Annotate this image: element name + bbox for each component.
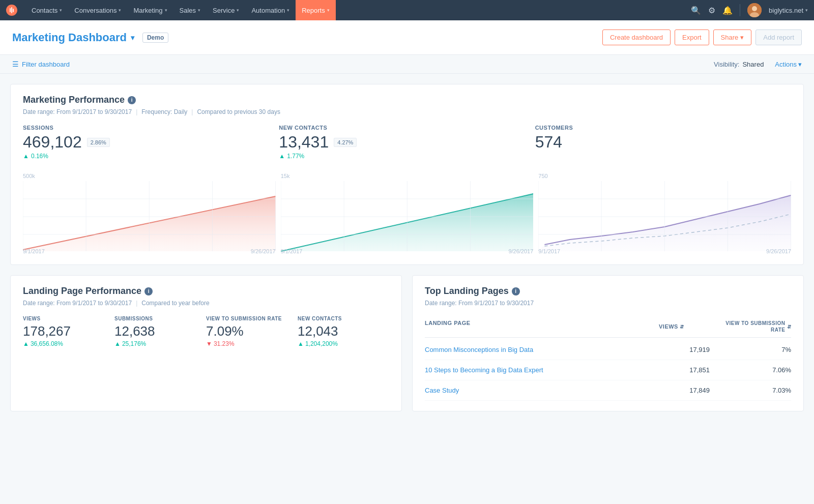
sessions-chart-y-label: 500k xyxy=(23,173,35,179)
filter-icon: ☰ xyxy=(12,60,19,68)
lpp-info-icon[interactable]: i xyxy=(144,287,153,295)
vtsr-arrow-down-icon: ▼ xyxy=(206,340,212,347)
sessions-badge: 2.86% xyxy=(87,138,110,147)
new-contacts-label: NEW CONTACTS xyxy=(279,125,535,131)
mp-card-subtitle: Date range: From 9/1/2017 to 9/30/2017 |… xyxy=(23,108,791,115)
row-1-rate: 7.06% xyxy=(720,366,791,374)
sessions-chart: 500k xyxy=(23,173,276,254)
row-2-rate: 7.03% xyxy=(720,387,791,394)
mp-info-icon[interactable]: i xyxy=(128,96,136,104)
top-nav: Contacts▾ Conversations▾ Marketing▾ Sale… xyxy=(0,0,814,20)
nav-item-automation[interactable]: Automation▾ xyxy=(245,0,296,20)
filter-label: Filter dashboard xyxy=(22,61,70,68)
top-landing-pages-card: Top Landing Pages i Date range: From 9/1… xyxy=(412,275,804,411)
nav-item-sales[interactable]: Sales▾ xyxy=(173,0,207,20)
new-contacts-chart: 15k xyxy=(281,173,534,254)
th-landing-page: LANDING PAGE xyxy=(425,320,659,333)
search-icon[interactable]: 🔍 xyxy=(691,6,701,15)
export-button[interactable]: Export xyxy=(675,29,709,45)
new-contacts-badge: 4.27% xyxy=(334,138,357,147)
row-0-page[interactable]: Common Misconceptions in Big Data xyxy=(425,346,659,353)
metric-customers: CUSTOMERS 574 xyxy=(535,125,791,165)
share-button[interactable]: Share ▾ xyxy=(713,29,752,45)
customers-chart-x-start: 9/1/2017 xyxy=(538,248,560,254)
metric-sessions: SESSIONS 469,102 2.86% ▲ 0.16% xyxy=(23,125,279,165)
row-1-page[interactable]: 10 Steps to Becoming a Big Data Expert xyxy=(425,366,659,374)
tlp-table-body: Common Misconceptions in Big Data 17,919… xyxy=(425,340,791,401)
vtsr-sort-icon: ⇵ xyxy=(787,323,792,330)
avatar[interactable] xyxy=(747,3,762,17)
views-sort-icon: ⇵ xyxy=(680,324,684,330)
page-header: Marketing Dashboard ▾ Demo Create dashbo… xyxy=(0,20,814,55)
customers-chart-y-label: 750 xyxy=(538,173,547,179)
filter-dashboard-link[interactable]: ☰ Filter dashboard xyxy=(12,60,70,68)
main-content: Marketing Performance i Date range: From… xyxy=(0,74,814,432)
visibility-label: Visibility: xyxy=(714,61,739,68)
header-actions: Create dashboard Export Share ▾ Add repo… xyxy=(602,29,802,45)
metric-new-contacts: NEW CONTACTS 13,431 4.27% ▲ 1.77% xyxy=(279,125,535,165)
lpp-view-to-submission-rate: VIEW TO SUBMISSION RATE 7.09% ▼ 31.23% xyxy=(206,316,298,347)
demo-badge: Demo xyxy=(142,33,168,43)
visibility-value: Shared xyxy=(742,61,764,68)
lpp-card-title: Landing Page Performance i xyxy=(23,286,389,297)
lpp-submissions: SUBMISSIONS 12,638 ▲ 25,176% xyxy=(114,316,206,347)
th-views[interactable]: VIEWS ⇵ xyxy=(659,320,720,333)
create-dashboard-button[interactable]: Create dashboard xyxy=(602,29,671,45)
row-0-rate: 7% xyxy=(720,346,791,353)
new-contacts-value: 13,431 4.27% xyxy=(279,133,535,152)
visibility-section: Visibility: Shared Actions ▾ xyxy=(714,61,802,68)
landing-page-performance-card: Landing Page Performance i Date range: F… xyxy=(10,275,402,411)
new-contacts-chart-x-end: 9/26/2017 xyxy=(508,248,533,254)
new-contacts-arrow-up-icon: ▲ xyxy=(279,153,285,160)
sessions-arrow-up-icon: ▲ xyxy=(23,153,29,160)
title-dropdown-icon[interactable]: ▾ xyxy=(131,34,134,42)
lpp-card-subtitle: Date range: From 9/1/2017 to 9/30/2017 |… xyxy=(23,300,389,307)
notifications-icon[interactable]: 🔔 xyxy=(722,6,733,15)
customers-label: CUSTOMERS xyxy=(535,125,791,131)
share-chevron-icon: ▾ xyxy=(740,34,744,41)
nav-right: 🔍 ⚙ 🔔 biglytics.net▾ xyxy=(691,3,808,17)
submissions-arrow-up-icon: ▲ xyxy=(114,340,121,347)
tlp-card-title: Top Landing Pages i xyxy=(425,286,791,297)
customers-chart: 750 xyxy=(538,173,791,254)
table-row: Common Misconceptions in Big Data 17,919… xyxy=(425,340,791,360)
mp-charts-row: 500k xyxy=(23,173,791,254)
customers-value: 574 xyxy=(535,133,791,152)
new-contacts-change: ▲ 1.77% xyxy=(279,153,535,160)
nav-item-contacts[interactable]: Contacts▾ xyxy=(25,0,68,20)
lpp-views: VIEWS 178,267 ▲ 36,656.08% xyxy=(23,316,114,347)
bottom-row: Landing Page Performance i Date range: F… xyxy=(10,275,804,422)
tlp-info-icon[interactable]: i xyxy=(512,287,520,295)
nav-divider xyxy=(740,4,740,16)
tlp-card-subtitle: Date range: From 9/1/2017 to 9/30/2017 xyxy=(425,300,791,307)
th-vtsr[interactable]: VIEW TO SUBMISSION RATE ⇵ xyxy=(720,320,791,333)
tlp-table-header: LANDING PAGE VIEWS ⇵ VIEW TO SUBMISSION … xyxy=(425,316,791,338)
table-row: Case Study 17,849 7.03% xyxy=(425,380,791,401)
marketing-performance-card: Marketing Performance i Date range: From… xyxy=(10,84,804,265)
nav-item-conversations[interactable]: Conversations▾ xyxy=(68,0,127,20)
page-title: Marketing Dashboard ▾ Demo xyxy=(12,31,168,44)
add-report-button: Add report xyxy=(755,29,802,45)
lpp-new-contacts: NEW CONTACTS 12,043 ▲ 1,204,200% xyxy=(298,316,389,347)
mp-metrics-row: SESSIONS 469,102 2.86% ▲ 0.16% NEW CONTA… xyxy=(23,125,791,165)
sessions-change: ▲ 0.16% xyxy=(23,153,279,160)
row-1-views: 17,851 xyxy=(659,366,720,374)
nav-item-marketing[interactable]: Marketing▾ xyxy=(127,0,173,20)
nav-items: Contacts▾ Conversations▾ Marketing▾ Sale… xyxy=(25,0,691,20)
actions-button[interactable]: Actions ▾ xyxy=(775,61,802,68)
hubspot-logo[interactable] xyxy=(6,5,17,16)
mp-card-title: Marketing Performance i xyxy=(23,95,791,105)
lpp-metrics: VIEWS 178,267 ▲ 36,656.08% SUBMISSIONS 1… xyxy=(23,316,389,347)
sessions-label: SESSIONS xyxy=(23,125,279,131)
sessions-chart-x-start: 9/1/2017 xyxy=(23,248,45,254)
filter-bar: ☰ Filter dashboard Visibility: Shared Ac… xyxy=(0,55,814,74)
settings-icon[interactable]: ⚙ xyxy=(708,6,715,15)
table-row: 10 Steps to Becoming a Big Data Expert 1… xyxy=(425,360,791,380)
new-contacts-chart-y-label: 15k xyxy=(281,173,290,179)
sessions-value: 469,102 2.86% xyxy=(23,133,279,152)
nav-domain[interactable]: biglytics.net▾ xyxy=(769,7,808,14)
customers-chart-x-end: 9/26/2017 xyxy=(766,248,791,254)
row-2-page[interactable]: Case Study xyxy=(425,387,659,394)
nav-item-service[interactable]: Service▾ xyxy=(207,0,245,20)
nav-item-reports[interactable]: Reports▾ xyxy=(296,0,336,20)
